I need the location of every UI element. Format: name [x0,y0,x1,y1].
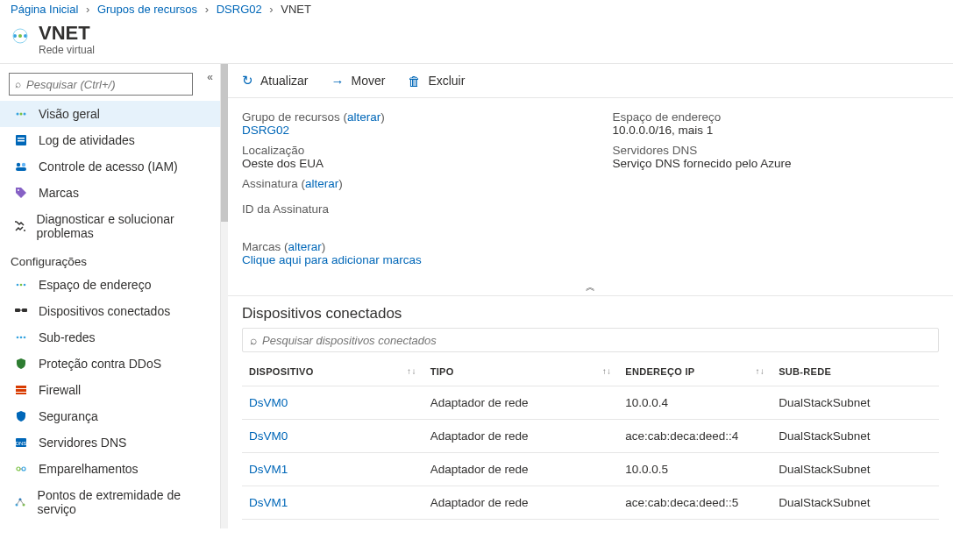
breadcrumb-home[interactable]: Página Inicial [11,3,78,16]
subscription-change-link[interactable]: alterar [305,177,338,190]
devices-search[interactable]: ⌕ [242,328,939,352]
connected-devices-title: Dispositivos conectados [242,305,939,323]
ip-cell: 10.0.0.5 [618,453,772,486]
svg-rect-7 [18,138,25,139]
activity-icon [12,133,30,147]
rg-change-link[interactable]: alterar [347,110,380,124]
sidebar-item-tags[interactable]: Marcas [0,180,220,206]
breadcrumb-current: VNET [281,3,311,16]
sidebar-item-addrspace[interactable]: Espaço de endereço [0,272,220,298]
chevron-right-icon: › [201,3,213,16]
svg-point-22 [20,337,23,339]
dns-servers-value: Serviço DNS fornecido pelo Azure [613,157,940,170]
table-row[interactable]: DsVM1Adaptador de redeace:cab:deca:deed:… [242,486,939,520]
sidebar-item-ddos[interactable]: Proteção contra DDoS [0,351,220,377]
address-space-label: Espaço de endereço [613,110,940,124]
sidebar-item-dns[interactable]: DNSServidores DNS [0,429,220,456]
svg-rect-24 [16,386,26,388]
move-label: Mover [351,74,385,88]
sidebar-item-endpoints[interactable]: Pontos de extremidade de serviço [0,482,220,522]
sidebar-item-devices[interactable]: Dispositivos conectados [0,298,220,324]
table-row[interactable]: DsVM0Adaptador de rede10.0.0.4DualStackS… [242,386,939,420]
sidebar-item-activity[interactable]: Log de atividades [0,127,220,153]
svg-point-29 [17,467,20,471]
svg-rect-19 [22,308,27,312]
sidebar-item-label: Espaço de endereço [39,278,151,292]
svg-rect-11 [16,167,26,171]
collapse-sidebar-icon[interactable]: « [207,71,213,83]
svg-rect-20 [20,310,22,311]
svg-point-1 [18,34,22,38]
svg-point-17 [24,284,26,287]
sidebar-search[interactable]: ⌕ [9,73,193,96]
location-label: Localização [242,144,569,157]
sidebar-item-diag[interactable]: Diagnosticar e solucionar problemas [0,206,220,246]
svg-point-10 [22,163,25,167]
sort-icon[interactable]: ↑↓ [602,366,612,376]
delete-label: Excluir [428,74,465,88]
delete-icon: 🗑 [408,74,421,89]
col-type[interactable]: TIPO [430,366,454,377]
dns-icon: DNS [12,436,30,450]
search-icon: ⌕ [250,334,257,347]
chevron-right-icon: › [82,3,94,16]
tags-label: Marcas (alterar) [242,240,569,253]
svg-point-4 [20,113,23,116]
breadcrumb-rg-name[interactable]: DSRG02 [217,3,262,16]
sidebar-item-label: Visão geral [39,107,100,121]
table-row[interactable]: DsVM1Adaptador de rede10.0.0.5DualStackS… [242,453,939,486]
sidebar-section-config: Configurações [0,246,220,272]
device-cell[interactable]: DsVM0 [242,420,423,453]
sidebar-item-subnets[interactable]: Sub-redes [0,324,220,351]
svg-point-15 [17,284,19,287]
breadcrumb-resource-groups[interactable]: Grupos de recursos [97,3,197,16]
sort-icon[interactable]: ↑↓ [756,366,765,376]
table-row[interactable]: DsVM0Adaptador de redeace:cab:deca:deed:… [242,420,939,453]
svg-rect-18 [15,308,20,312]
subnet-cell: DualStackSubnet [772,386,939,420]
tags-icon [12,186,30,200]
scrollbar-thumb[interactable] [221,64,228,222]
move-button[interactable]: → Mover [331,74,385,89]
device-cell[interactable]: DsVM1 [242,453,423,486]
svg-point-30 [22,467,25,471]
type-cell: Adaptador de rede [423,453,619,486]
search-icon: ⌕ [15,78,21,90]
sidebar-item-label: Proteção contra DDoS [39,357,161,371]
refresh-button[interactable]: ↻ Atualizar [242,73,308,89]
sidebar-item-label: Sub-redes [39,330,96,344]
sort-icon[interactable]: ↑↓ [407,366,416,376]
sidebar-item-iam[interactable]: Controle de acesso (IAM) [0,153,220,180]
main-content: ↻ Atualizar → Mover 🗑 Excluir Grupo de r… [221,64,953,528]
device-cell[interactable]: DsVM0 [242,386,423,420]
sidebar-item-security[interactable]: Segurança [0,403,220,429]
col-device[interactable]: DISPOSITIVO [249,366,314,377]
tags-change-link[interactable]: alterar [288,240,322,253]
delete-button[interactable]: 🗑 Excluir [408,74,465,89]
address-space-value: 10.0.0.0/16, mais 1 [613,124,940,137]
svg-point-13 [15,221,17,223]
scrollbar-track[interactable] [221,64,228,528]
svg-point-5 [24,113,26,116]
breadcrumb: Página Inicial › Grupos de recursos › DS… [0,0,953,18]
subnet-cell: DualStackSubnet [772,453,939,486]
sidebar-item-peerings[interactable]: Emparelhamentos [0,456,220,482]
col-subnet[interactable]: SUB-REDE [779,366,831,377]
connected-devices-section: Dispositivos conectados ⌕ DISPOSITIVO↑↓ … [228,296,953,528]
chevron-right-icon: › [265,3,277,16]
sidebar-item-label: Emparelhamentos [39,462,139,476]
svg-point-21 [17,337,19,339]
sidebar-item-firewall[interactable]: Firewall [0,377,220,403]
essentials-collapse-toggle[interactable]: ︽ [228,279,953,296]
svg-point-16 [20,284,23,287]
sidebar-item-label: Controle de acesso (IAM) [39,159,178,174]
rg-value-link[interactable]: DSRG02 [242,124,289,137]
device-cell[interactable]: DsVM1 [242,486,423,520]
svg-text:DNS: DNS [16,441,27,446]
sidebar-search-input[interactable] [26,78,187,91]
page-title: VNET [39,23,95,44]
sidebar-item-overview[interactable]: Visão geral [0,101,220,127]
devices-search-input[interactable] [262,334,931,347]
col-ip[interactable]: ENDEREÇO IP [625,366,694,377]
tags-add-link[interactable]: Clique aqui para adicionar marcas [242,253,422,266]
